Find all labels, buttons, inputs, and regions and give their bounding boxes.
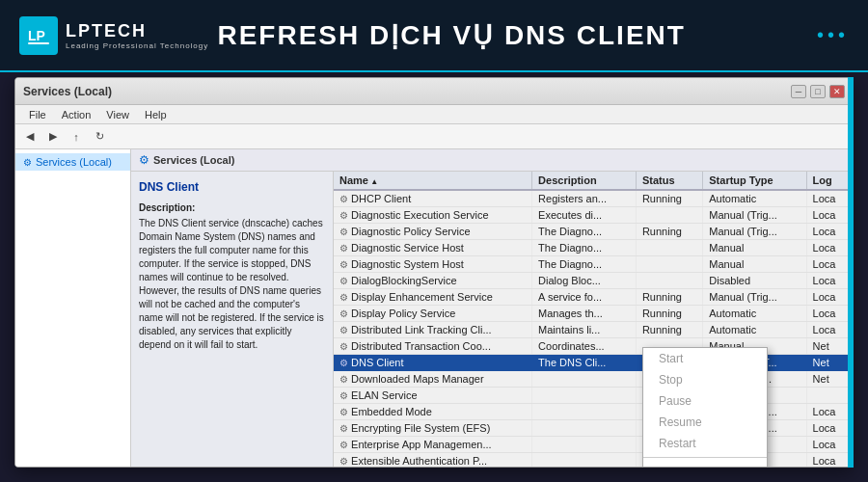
menu-help[interactable]: Help bbox=[137, 109, 175, 120]
table-row[interactable]: ⚙ Embedded ModeManual (Trig...Loca bbox=[334, 404, 853, 420]
cell-description: The Diagno... bbox=[532, 224, 637, 240]
refresh-toolbar-button[interactable]: ↻ bbox=[89, 127, 110, 147]
col-startup[interactable]: Startup Type bbox=[703, 172, 806, 190]
service-icon: ⚙ bbox=[339, 325, 348, 335]
desc-service-name: DNS Client bbox=[139, 179, 325, 196]
logo-text: LPTECH Leading Professional Technology bbox=[66, 21, 208, 50]
toolbar: ◀ ▶ ↑ ↻ bbox=[15, 124, 853, 149]
cell-description: Executes di... bbox=[532, 207, 637, 224]
service-icon: ⚙ bbox=[339, 308, 348, 319]
service-icon: ⚙ bbox=[339, 358, 348, 368]
table-scroll[interactable]: Name Description Status Startup Type Log… bbox=[334, 172, 853, 467]
ctx-resume[interactable]: Resume bbox=[643, 412, 767, 433]
cell-startup: Manual bbox=[703, 240, 806, 256]
cell-name: ⚙ Distributed Transaction Coo... bbox=[334, 338, 532, 355]
cell-description bbox=[532, 437, 637, 453]
service-icon: ⚙ bbox=[339, 276, 348, 286]
cell-description bbox=[532, 388, 637, 404]
cell-log bbox=[806, 388, 852, 404]
window-titlebar: Services (Local) ─ □ ✕ bbox=[15, 78, 853, 105]
col-name[interactable]: Name bbox=[334, 172, 532, 190]
service-icon: ⚙ bbox=[339, 374, 348, 385]
cell-name: ⚙ Diagnostic Service Host bbox=[334, 240, 532, 256]
services-header-icon: ⚙ bbox=[139, 153, 149, 167]
cell-description: Registers an... bbox=[532, 190, 637, 207]
table-row[interactable]: ⚙ Diagnostic Policy ServiceThe Diagno...… bbox=[334, 224, 853, 240]
table-row[interactable]: ⚙ Diagnostic Service HostThe Diagno...Ma… bbox=[334, 240, 853, 256]
table-row[interactable]: ⚙ DHCP ClientRegisters an...RunningAutom… bbox=[334, 190, 853, 207]
cell-status: Running bbox=[636, 224, 702, 240]
ctx-pause[interactable]: Pause bbox=[643, 390, 767, 412]
cell-log: Loca bbox=[806, 224, 852, 240]
table-row[interactable]: ⚙ DNS ClientThe DNS Cli...RunningAutomat… bbox=[334, 355, 853, 371]
cell-name: ⚙ Downloaded Maps Manager bbox=[334, 371, 532, 388]
table-row[interactable]: ⚙ Enterprise App Managemen...ManualLoca bbox=[334, 437, 853, 453]
nav-services-local[interactable]: ⚙ Services (Local) bbox=[15, 153, 130, 171]
up-button[interactable]: ↑ bbox=[66, 127, 87, 147]
cell-log: Loca bbox=[806, 256, 852, 273]
cell-log: Net bbox=[806, 355, 852, 371]
service-icon: ⚙ bbox=[339, 210, 348, 221]
maximize-button[interactable]: □ bbox=[810, 85, 826, 98]
table-header-row: Name Description Status Startup Type Log bbox=[334, 172, 853, 190]
cell-name: ⚙ ELAN Service bbox=[334, 388, 532, 404]
table-row[interactable]: ⚙ Extensible Authentication P...ManualLo… bbox=[334, 453, 853, 468]
table-row[interactable]: ⚙ Distributed Transaction Coo...Coordina… bbox=[334, 338, 853, 355]
cell-status: Running bbox=[636, 322, 702, 338]
desc-text: The DNS Client service (dnscache) caches… bbox=[139, 217, 325, 352]
cell-startup: Manual bbox=[703, 256, 806, 273]
menu-file[interactable]: File bbox=[21, 109, 54, 120]
table-row[interactable]: ⚙ Display Policy ServiceManages th...Run… bbox=[334, 306, 853, 322]
table-row[interactable]: ⚙ Diagnostic Execution ServiceExecutes d… bbox=[334, 207, 853, 224]
service-icon: ⚙ bbox=[339, 390, 348, 401]
cell-status bbox=[636, 256, 702, 273]
service-icon: ⚙ bbox=[339, 456, 348, 467]
ctx-restart[interactable]: Restart bbox=[643, 433, 767, 454]
menu-action[interactable]: Action bbox=[54, 109, 99, 120]
cell-log: Loca bbox=[806, 273, 852, 289]
table-row[interactable]: ⚙ Encrypting File System (EFS)Manual (Tr… bbox=[334, 420, 853, 437]
table-row[interactable]: ⚙ Display Enhancement ServiceA service f… bbox=[334, 289, 853, 306]
cell-startup: Disabled bbox=[703, 273, 806, 289]
ctx-all-tasks[interactable]: All Tasks ▶ bbox=[643, 461, 767, 467]
cell-description bbox=[532, 420, 637, 437]
table-row[interactable]: ⚙ DialogBlockingServiceDialog Bloc...Dis… bbox=[334, 273, 853, 289]
cell-status bbox=[636, 273, 702, 289]
back-button[interactable]: ◀ bbox=[19, 127, 41, 147]
cell-description: The DNS Cli... bbox=[532, 355, 637, 371]
ctx-start[interactable]: Start bbox=[643, 348, 767, 369]
right-panel: ⚙ Services (Local) DNS Client Descriptio… bbox=[131, 149, 853, 467]
cell-description: Coordinates... bbox=[532, 338, 637, 355]
cell-log: Loca bbox=[806, 207, 852, 224]
cell-startup: Manual (Trig... bbox=[703, 224, 806, 240]
cell-log: Loca bbox=[806, 190, 852, 207]
description-panel: DNS Client Description: The DNS Client s… bbox=[131, 172, 334, 467]
ctx-stop[interactable]: Stop bbox=[643, 369, 767, 390]
table-row[interactable]: ⚙ Downloaded Maps ManagerAutomatic (...N… bbox=[334, 371, 853, 388]
minimize-button[interactable]: ─ bbox=[791, 85, 806, 98]
table-row[interactable]: ⚙ Diagnostic System HostThe Diagno...Man… bbox=[334, 256, 853, 273]
svg-text:LP: LP bbox=[28, 28, 45, 43]
table-row[interactable]: ⚙ Distributed Link Tracking Cli...Mainta… bbox=[334, 322, 853, 338]
cell-name: ⚙ Display Enhancement Service bbox=[334, 289, 532, 306]
cell-log: Loca bbox=[806, 289, 852, 306]
table-row[interactable]: ⚙ ELAN Service bbox=[334, 388, 853, 404]
services-local-header: ⚙ Services (Local) bbox=[131, 149, 853, 172]
cell-status: Running bbox=[636, 289, 702, 306]
cell-status bbox=[636, 240, 702, 256]
cell-name: ⚙ Embedded Mode bbox=[334, 404, 532, 420]
col-description[interactable]: Description bbox=[532, 172, 637, 190]
context-menu: Start Stop Pause Resume Restart All Task… bbox=[642, 347, 768, 467]
header-dots: ••• bbox=[694, 24, 849, 46]
menu-view[interactable]: View bbox=[98, 109, 137, 120]
left-nav: ⚙ Services (Local) bbox=[15, 149, 131, 467]
service-icon: ⚙ bbox=[339, 341, 348, 352]
forward-button[interactable]: ▶ bbox=[42, 127, 64, 147]
blue-scrollbar-bar bbox=[848, 77, 854, 468]
close-button[interactable]: ✕ bbox=[829, 85, 845, 98]
col-status[interactable]: Status bbox=[636, 172, 702, 190]
cell-name: ⚙ DialogBlockingService bbox=[334, 273, 532, 289]
col-log[interactable]: Log bbox=[806, 172, 852, 190]
cell-log: Loca bbox=[806, 322, 852, 338]
cell-description bbox=[532, 453, 637, 468]
